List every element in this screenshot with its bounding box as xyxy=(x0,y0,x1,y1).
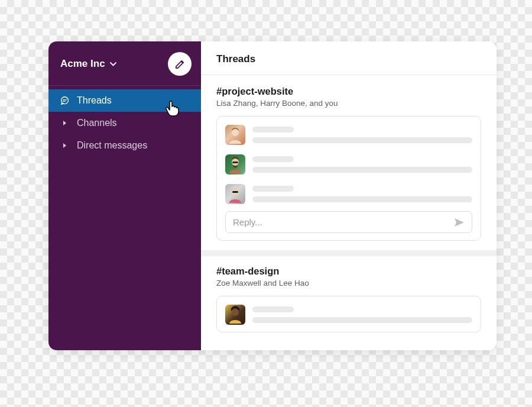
avatar[interactable] xyxy=(225,125,245,145)
svg-point-6 xyxy=(232,309,239,316)
sidebar-item-channels[interactable]: Channels xyxy=(48,112,201,134)
compose-icon xyxy=(174,59,186,70)
chevron-down-icon xyxy=(110,62,116,66)
workspace-name: Acme Inc xyxy=(60,58,105,70)
svg-rect-5 xyxy=(232,191,238,193)
workspace-switcher[interactable]: Acme Inc xyxy=(60,58,116,70)
svg-point-1 xyxy=(232,129,239,136)
avatar[interactable] xyxy=(225,305,245,325)
threads-list: #project-website Lisa Zhang, Harry Boone… xyxy=(201,75,497,342)
thread-card: Reply... xyxy=(216,116,481,241)
message-placeholder xyxy=(252,305,472,325)
message-placeholder xyxy=(252,184,472,204)
threads-icon xyxy=(59,96,70,106)
page-title: Threads xyxy=(201,41,497,75)
thread-participants: Lisa Zhang, Harry Boone, and you xyxy=(216,99,481,108)
thread-block: #team-design Zoe Maxwell and Lee Hao xyxy=(201,250,497,342)
thread-block: #project-website Lisa Zhang, Harry Boone… xyxy=(201,83,497,250)
message-row xyxy=(225,305,472,325)
thread-card xyxy=(216,296,481,332)
sidebar: Acme Inc Threads xyxy=(48,41,201,350)
sidebar-item-direct-messages[interactable]: Direct messages xyxy=(48,134,201,157)
avatar[interactable] xyxy=(225,154,245,175)
thread-participants: Zoe Maxwell and Lee Hao xyxy=(216,279,481,288)
svg-rect-3 xyxy=(232,161,238,163)
sidebar-nav: Threads Channels Direct messages xyxy=(48,86,201,157)
message-row xyxy=(225,154,472,175)
message-placeholder xyxy=(252,154,472,175)
reply-placeholder: Reply... xyxy=(233,217,262,227)
sidebar-item-threads[interactable]: Threads xyxy=(48,89,201,112)
thread-channel-name[interactable]: #project-website xyxy=(216,86,481,97)
caret-right-icon xyxy=(59,120,70,126)
main-panel: Threads #project-website Lisa Zhang, Har… xyxy=(201,41,497,350)
reply-input[interactable]: Reply... xyxy=(225,211,472,233)
message-row xyxy=(225,125,472,145)
thread-channel-name[interactable]: #team-design xyxy=(216,266,481,277)
sidebar-header: Acme Inc xyxy=(48,41,201,86)
avatar[interactable] xyxy=(225,184,245,204)
message-row xyxy=(225,184,472,204)
caret-right-icon xyxy=(59,143,70,148)
app-window: Acme Inc Threads xyxy=(48,41,497,350)
sidebar-item-label: Channels xyxy=(77,118,117,128)
sidebar-item-label: Direct messages xyxy=(77,140,147,151)
compose-button[interactable] xyxy=(168,52,192,76)
sidebar-item-label: Threads xyxy=(77,95,112,106)
message-placeholder xyxy=(252,125,472,145)
send-icon[interactable] xyxy=(454,218,465,227)
